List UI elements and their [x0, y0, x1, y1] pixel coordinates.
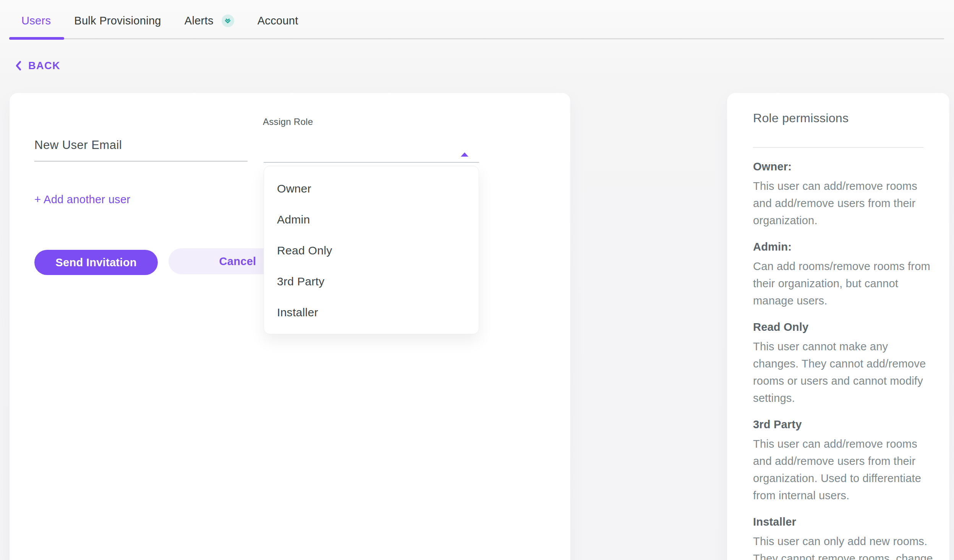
role-option-installer[interactable]: Installer — [264, 297, 479, 328]
role-option-read-only[interactable]: Read Only — [264, 235, 479, 266]
role-option-3rd-party[interactable]: 3rd Party — [264, 266, 479, 297]
tab-bar-divider — [9, 38, 944, 39]
back-label: BACK — [28, 60, 60, 72]
role-permissions-list: Owner: This user can add/remove rooms an… — [753, 158, 934, 560]
active-tab-indicator — [9, 37, 64, 40]
tab-users[interactable]: Users — [21, 15, 51, 27]
add-another-user-link[interactable]: + Add another user — [34, 192, 130, 207]
chevron-left-icon — [14, 60, 24, 71]
back-link[interactable]: BACK — [14, 58, 60, 73]
permission-section-admin: Admin: Can add rooms/remove rooms from t… — [753, 238, 934, 309]
send-invitation-button[interactable]: Send Invitation — [34, 250, 158, 275]
permission-body: This user can add/remove rooms and add/r… — [753, 178, 934, 229]
permission-body: Can add rooms/remove rooms from their or… — [753, 258, 934, 309]
permission-section-read-only: Read Only This user cannot make any chan… — [753, 319, 934, 407]
permission-section-installer: Installer This user can only add new roo… — [753, 513, 934, 560]
assign-role-select[interactable] — [264, 136, 479, 163]
permission-heading: Owner: — [753, 158, 934, 175]
tab-alerts-label: Alerts — [185, 15, 214, 27]
permission-body: This user can add/remove rooms and add/r… — [753, 435, 934, 504]
permission-body: This user can only add new rooms. They c… — [753, 533, 934, 560]
tab-account[interactable]: Account — [258, 15, 298, 27]
role-option-owner[interactable]: Owner — [264, 173, 479, 204]
assign-role-label: Assign Role — [263, 117, 313, 127]
role-permissions-divider — [753, 147, 923, 148]
permission-body: This user cannot make any changes. They … — [753, 338, 934, 407]
invite-user-card: Assign Role Owner Admin Read Only 3rd Pa… — [10, 93, 570, 560]
role-dropdown-menu: Owner Admin Read Only 3rd Party Installe… — [264, 166, 479, 334]
permission-heading: Read Only — [753, 319, 934, 336]
permission-heading: Admin: — [753, 238, 934, 256]
tab-bulk-provisioning[interactable]: Bulk Provisioning — [74, 15, 161, 27]
role-permissions-panel: Role permissions Owner: This user can ad… — [727, 93, 949, 560]
permission-section-3rd-party: 3rd Party This user can add/remove rooms… — [753, 416, 934, 504]
alerts-badge — [222, 15, 234, 27]
role-option-admin[interactable]: Admin — [264, 204, 479, 235]
permission-heading: 3rd Party — [753, 416, 934, 433]
caret-up-icon — [461, 152, 468, 157]
tab-alerts[interactable]: Alerts — [185, 15, 234, 27]
permission-section-owner: Owner: This user can add/remove rooms an… — [753, 158, 934, 229]
role-permissions-title: Role permissions — [753, 111, 849, 125]
permission-heading: Installer — [753, 513, 934, 531]
heart-icon — [224, 17, 232, 25]
new-user-email-input[interactable] — [34, 134, 248, 162]
tab-bar: Users Bulk Provisioning Alerts Account — [0, 0, 954, 40]
